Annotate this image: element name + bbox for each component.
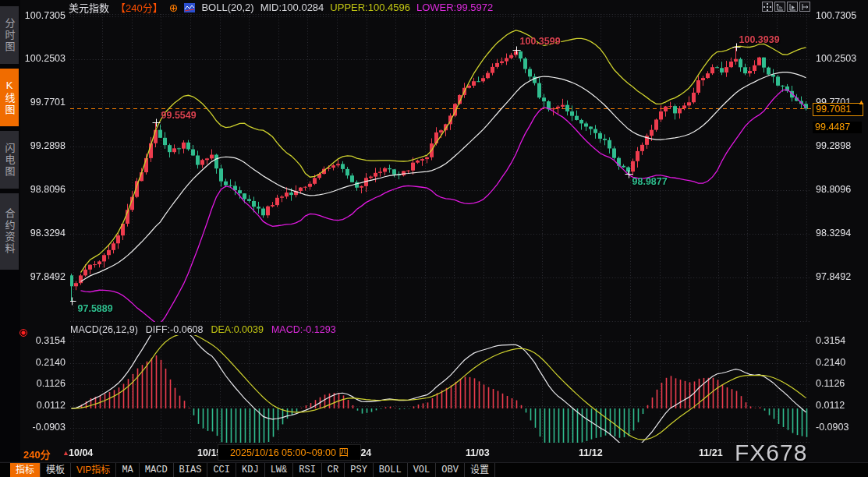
toolbar-item-OBV[interactable]: OBV	[436, 463, 465, 477]
toolbar-item-KDJ[interactable]: KDJ	[236, 463, 265, 477]
sidebar-tab-lightning-chart[interactable]: 闪电图	[0, 131, 19, 189]
price-chart-canvas[interactable]	[0, 0, 868, 477]
macd-diff-value: DIFF:-0.0608	[146, 324, 204, 335]
secondary-price-tag: 99.4487	[813, 122, 862, 133]
toolbar-item-VOL[interactable]: VOL	[408, 463, 437, 477]
sidebar-tab-kline-chart[interactable]: K线图	[0, 69, 19, 126]
toolbar-item-LW&[interactable]: LW&	[265, 463, 294, 477]
toolbar-item-指标[interactable]: 指标	[10, 463, 41, 477]
x-axis-date-label: 11/12	[579, 447, 603, 458]
toolbar-item-MACD[interactable]: MACD	[140, 463, 174, 477]
x-scale-icon[interactable]	[787, 2, 798, 12]
period-label: 【240分】	[115, 0, 163, 15]
left-tab-bar: 分时图 K线图 闪电图 合约资料	[0, 0, 20, 461]
y-scale-icon[interactable]	[774, 2, 785, 12]
toolbar-item-BIAS[interactable]: BIAS	[174, 463, 208, 477]
toolbar-item-RSI[interactable]: RSI	[293, 463, 322, 477]
indicator-toolbar: 指标模板VIP指标MAMACDBIASCCIKDJLW&RSICRPSYBOLL…	[0, 462, 868, 477]
toolbar-item-模板[interactable]: 模板	[41, 463, 71, 477]
mini-chart-icon	[184, 3, 195, 12]
price-up-arrow-icon: ▲	[858, 98, 865, 106]
add-indicator-icon[interactable]: ⊕	[169, 2, 179, 13]
toolbar-item-设置[interactable]: 设置	[465, 463, 495, 477]
trading-terminal: 分时图 K线图 闪电图 合约资料 美元指数 【240分】 ⊕ BOLL(20,2…	[0, 0, 868, 477]
toolbar-item-PSY[interactable]: PSY	[345, 463, 374, 477]
sidebar-tab-time-chart[interactable]: 分时图	[0, 6, 19, 64]
sidebar-tab-contract-info[interactable]: 合约资料	[0, 193, 19, 270]
toolbar-item-BOLL[interactable]: BOLL	[374, 463, 408, 477]
boll-indicator-label: BOLL(20,2)	[201, 2, 253, 13]
boll-mid-value: MID:100.0284	[260, 2, 324, 13]
toolbar-item-MA[interactable]: MA	[116, 463, 139, 477]
macd-indicator-label: MACD(26,12,9)	[70, 324, 138, 335]
chart-header: 美元指数 【240分】 ⊕ BOLL(20,2) MID:100.0284 UP…	[69, 1, 493, 14]
toolbar-item-VIP指标[interactable]: VIP指标	[71, 463, 116, 477]
current-price-tag: 99.7081	[813, 103, 863, 116]
chart-controls	[762, 2, 810, 12]
x-axis-date-label: 10/04	[69, 447, 93, 458]
boll-upper-value: UPPER:100.4596	[330, 2, 410, 13]
x-axis-date-label: 11/21	[699, 447, 723, 458]
pan-right-icon[interactable]	[799, 2, 810, 12]
boll-lower-value: LOWER:99.5972	[416, 2, 493, 13]
symbol-name: 美元指数	[69, 0, 109, 15]
candle-time-tooltip: 2025/10/16 05:00~09:00 四	[218, 444, 361, 461]
x-axis-date-label: 11/03	[466, 447, 490, 458]
record-dot-icon	[19, 329, 27, 337]
period-selector[interactable]: 240分	[23, 447, 51, 461]
macd-bar-value: MACD:-0.1293	[271, 324, 336, 335]
move-crosshair-icon[interactable]	[762, 2, 773, 12]
macd-dea-value: DEA:0.0039	[211, 324, 263, 335]
macd-header: MACD(26,12,9) DIFF:-0.0608 DEA:0.0039 MA…	[70, 324, 336, 335]
toolbar-item-CR[interactable]: CR	[322, 463, 345, 477]
toolbar-item-CCI[interactable]: CCI	[207, 463, 236, 477]
